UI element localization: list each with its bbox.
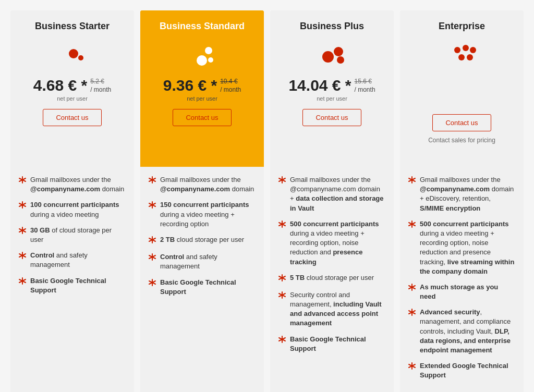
feature-bullet-icon-standard-2: [149, 236, 156, 246]
feature-item-starter-3: Control and safety management: [19, 251, 126, 270]
feature-bullet-icon-plus-2: [278, 274, 286, 284]
feature-item-standard-0: Gmail mailboxes under the @companyname.c…: [149, 175, 256, 194]
feature-bullet-icon-standard-3: [149, 253, 156, 263]
feature-bullet-icon-enterprise-4: [408, 362, 416, 372]
feature-item-starter-4: Basic Google Technical Support: [19, 276, 126, 295]
price-block-starter: 4.68 € *5.2 €/ month: [33, 78, 111, 93]
feature-text-enterprise-0: Gmail mailboxes under the @companyname.c…: [420, 175, 515, 213]
feature-text-starter-2: 30 GB of cloud storage per user: [30, 226, 126, 244]
feature-bullet-icon-standard-1: [149, 201, 156, 211]
feature-text-standard-0: Gmail mailboxes under the @companyname.c…: [160, 175, 256, 194]
feature-text-starter-1: 100 concurrent participants during a vid…: [30, 200, 126, 219]
price-suffix-starter: 5.2 €/ month: [90, 78, 111, 93]
feature-item-plus-4: Basic Google Technical Support: [278, 335, 385, 353]
price-block-standard: 9.36 € *10.4 €/ month: [163, 78, 241, 93]
feature-text-enterprise-4: Extended Google Technical Support: [420, 361, 515, 380]
feature-bullet-icon-plus-3: [278, 291, 286, 301]
feature-bullet-icon-starter-4: [19, 277, 26, 287]
feature-item-standard-1: 150 concurrent participants during a vid…: [149, 200, 256, 229]
price-suffix-standard: 10.4 €/ month: [220, 78, 241, 93]
pricing-grid: Business Starter4.68 € *5.2 €/ monthnet …: [10, 10, 524, 392]
svg-point-18: [205, 47, 212, 54]
plan-icon-standard: [181, 39, 223, 70]
plan-icon-plus: [311, 39, 353, 70]
feature-item-starter-1: 100 concurrent participants during a vid…: [19, 200, 126, 219]
plan-card-enterprise: EnterpriseContact usContact sales for pr…: [400, 10, 524, 392]
svg-point-53: [454, 47, 460, 53]
svg-point-36: [334, 47, 343, 56]
plan-card-starter: Business Starter4.68 € *5.2 €/ monthnet …: [10, 10, 134, 392]
price-block-plus: 14.04 € *15.6 €/ month: [288, 78, 375, 93]
feature-bullet-icon-enterprise-1: [408, 220, 416, 230]
svg-point-57: [467, 54, 473, 60]
feature-item-plus-0: Gmail mailboxes under the @companyname.c…: [278, 175, 385, 213]
price-original-standard: 10.4 €: [220, 78, 241, 85]
feature-item-plus-3: Security control and management, includi…: [278, 290, 385, 328]
price-main-starter: 4.68 € *: [33, 78, 87, 93]
feature-item-starter-0: Gmail mailboxes under the @companyname.c…: [19, 175, 126, 194]
contact-btn-enterprise[interactable]: Contact us: [432, 114, 491, 131]
feature-item-standard-4: Basic Google Technical Support: [149, 278, 256, 297]
price-main-standard: 9.36 € *: [163, 78, 217, 93]
feature-text-starter-3: Control and safety management: [30, 251, 126, 270]
plan-title-starter: Business Starter: [35, 21, 110, 32]
feature-bullet-icon-starter-1: [19, 201, 26, 211]
feature-text-starter-4: Basic Google Technical Support: [30, 276, 126, 295]
price-note-starter: net per user: [57, 95, 88, 102]
feature-item-enterprise-4: Extended Google Technical Support: [408, 361, 515, 380]
price-suffix-plus: 15.6 €/ month: [355, 78, 375, 93]
plan-features-enterprise: Gmail mailboxes under the @companyname.c…: [400, 167, 524, 392]
plan-header-enterprise: EnterpriseContact usContact sales for pr…: [400, 10, 524, 167]
feature-text-enterprise-1: 500 concurrent participants during a vid…: [420, 219, 515, 276]
feature-text-standard-3: Control and safety management: [160, 252, 256, 271]
feature-text-plus-1: 500 concurrent participants during a vid…: [290, 219, 385, 267]
contact-btn-standard[interactable]: Contact us: [173, 109, 231, 126]
feature-bullet-icon-plus-4: [278, 336, 286, 346]
enterprise-note-enterprise: Contact sales for pricing: [428, 137, 495, 144]
feature-text-standard-1: 150 concurrent participants during a vid…: [160, 200, 256, 229]
price-original-plus: 15.6 €: [355, 78, 375, 85]
plan-features-standard: Gmail mailboxes under the @companyname.c…: [140, 167, 264, 392]
feature-bullet-icon-starter-0: [19, 176, 26, 186]
feature-text-enterprise-2: As much storage as you need: [420, 283, 515, 301]
plan-header-plus: Business Plus14.04 € *15.6 €/ monthnet p…: [270, 10, 394, 167]
feature-text-plus-0: Gmail mailboxes under the @companyname.c…: [290, 175, 385, 213]
feature-bullet-icon-enterprise-2: [408, 284, 416, 293]
feature-item-enterprise-3: Advanced security, management, and compl…: [408, 308, 515, 355]
svg-point-54: [463, 45, 469, 51]
price-main-plus: 14.04 € *: [288, 78, 351, 93]
svg-point-37: [337, 56, 344, 64]
plan-header-standard: Business Standard9.36 € *10.4 €/ monthne…: [140, 10, 264, 167]
feature-bullet-icon-plus-1: [278, 220, 286, 230]
feature-text-standard-2: 2 TB cloud storage per user: [160, 235, 244, 244]
plan-icon-enterprise: [441, 39, 483, 70]
svg-point-17: [197, 55, 207, 66]
plan-card-standard: Business Standard9.36 € *10.4 €/ monthne…: [140, 10, 264, 392]
feature-item-enterprise-0: Gmail mailboxes under the @companyname.c…: [408, 175, 515, 213]
svg-point-56: [458, 54, 465, 60]
svg-point-35: [322, 51, 334, 63]
feature-text-plus-4: Basic Google Technical Support: [290, 335, 385, 353]
plan-title-plus: Business Plus: [300, 21, 364, 32]
feature-item-enterprise-1: 500 concurrent participants during a vid…: [408, 219, 515, 276]
contact-btn-starter[interactable]: Contact us: [43, 109, 101, 126]
feature-item-starter-2: 30 GB of cloud storage per user: [19, 226, 126, 244]
plan-icon-starter: [52, 39, 93, 70]
feature-text-starter-0: Gmail mailboxes under the @companyname.c…: [30, 175, 126, 194]
feature-text-plus-2: 5 TB cloud storage per user: [290, 273, 374, 283]
price-note-plus: net per user: [317, 95, 347, 102]
feature-item-plus-2: 5 TB cloud storage per user: [278, 273, 385, 284]
feature-bullet-icon-starter-2: [19, 227, 26, 237]
feature-text-enterprise-3: Advanced security, management, and compl…: [420, 308, 515, 355]
price-note-standard: net per user: [187, 95, 217, 102]
svg-point-55: [470, 47, 476, 53]
feature-bullet-icon-enterprise-3: [408, 309, 416, 318]
feature-item-standard-2: 2 TB cloud storage per user: [149, 235, 256, 246]
feature-text-plus-3: Security control and management, includi…: [290, 290, 385, 328]
svg-point-19: [208, 57, 213, 63]
feature-bullet-icon-standard-4: [149, 279, 156, 289]
feature-text-standard-4: Basic Google Technical Support: [160, 278, 256, 297]
contact-btn-plus[interactable]: Contact us: [302, 109, 361, 126]
price-original-starter: 5.2 €: [90, 78, 111, 85]
price-period-plus: / month: [355, 86, 375, 93]
